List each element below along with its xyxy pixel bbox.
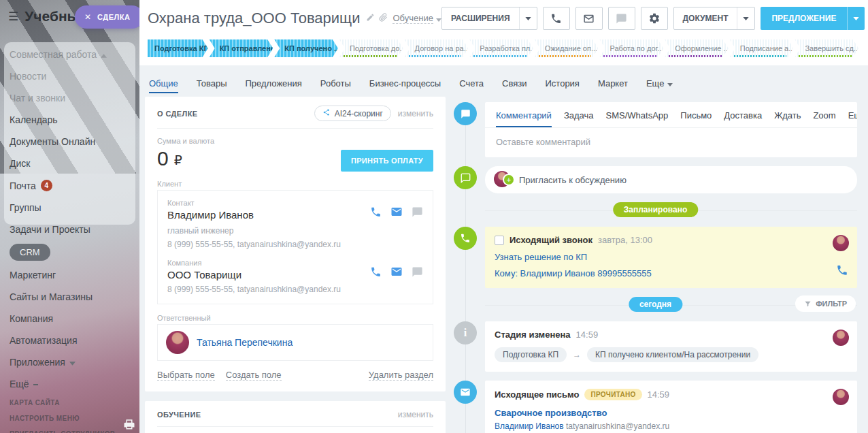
email-button[interactable] <box>575 7 603 30</box>
chevron-down-icon <box>667 78 673 89</box>
chat-button[interactable] <box>608 7 635 30</box>
call-title[interactable]: Исходящий звонок <box>510 235 592 245</box>
main-area: Охрана труда_ООО Товарищи Обучение РАСШИ… <box>139 0 868 433</box>
deal-entity-chip[interactable]: ✕ СДЕЛКА <box>75 5 139 29</box>
tab-invoices[interactable]: Счета <box>459 78 484 93</box>
contact-details[interactable]: 8 (999) 555-55-55, tatyanairushkina@yand… <box>167 240 423 249</box>
select-field-link[interactable]: Выбрать поле <box>157 370 215 381</box>
company-details[interactable]: 8 (999) 555-55-55, tatyanairushkina@yand… <box>167 285 423 294</box>
stage-item[interactable]: КП получено ... <box>274 39 338 57</box>
sidebar-item-drive[interactable]: Диск <box>0 153 139 174</box>
sidebar-item-crm[interactable]: CRM <box>0 240 139 264</box>
sidebar-item-groups[interactable]: Группы <box>0 197 139 219</box>
delete-section-link[interactable]: Удалить раздел <box>369 370 433 381</box>
sidebar-item-tasks-projects[interactable]: Задачи и Проекты <box>0 219 139 240</box>
timeline-tab-email[interactable]: Письмо <box>680 110 712 127</box>
sidebar-item-mail[interactable]: Почта4 <box>0 174 139 197</box>
timeline-tab-comment[interactable]: Комментарий <box>496 110 552 127</box>
tab-products[interactable]: Товары <box>197 78 227 93</box>
stage-item[interactable]: Разработка пл... <box>469 39 533 57</box>
timeline-tab-task[interactable]: Задача <box>564 110 594 127</box>
sidebar-item-news[interactable]: Новости <box>0 65 139 87</box>
sidebar-item-apps[interactable]: Приложения <box>0 351 139 373</box>
timeline-tab-sms[interactable]: SMS/WhatsApp <box>606 110 669 127</box>
stage-item[interactable]: КП отправлено <box>210 39 273 57</box>
avatar <box>166 331 189 354</box>
edit-section-link[interactable]: изменить <box>398 410 433 419</box>
sidebar-item-automation[interactable]: Автоматизация <box>0 330 139 351</box>
deal-category-link[interactable]: Обучение <box>393 13 433 24</box>
email-sender-address: tatyanairushkina@yandex.ru <box>566 421 669 431</box>
chevron-down-icon[interactable] <box>436 12 441 25</box>
envelope-icon[interactable] <box>390 266 403 280</box>
timeline-tab-zoom[interactable]: Zoom <box>813 110 835 127</box>
document-button[interactable]: ДОКУМЕНТ <box>673 7 756 30</box>
configure-menu-link[interactable]: НАСТРОИТЬ МЕНЮ <box>0 411 139 426</box>
invite-discussion-bar[interactable]: + Пригласить к обсуждению <box>485 166 857 193</box>
call-recipient[interactable]: Кому: Владимир Иванов 89995555555 <box>495 268 848 278</box>
stage-item[interactable]: Ожидание оп... <box>535 39 599 57</box>
tab-more[interactable]: Еще <box>646 78 673 93</box>
sidebar-item-calendar[interactable]: Календарь <box>0 109 139 131</box>
tab-dependencies[interactable]: Связи <box>502 78 527 93</box>
stage-item[interactable]: Работа по дог... <box>599 39 663 57</box>
settings-button[interactable] <box>641 7 668 30</box>
timeline-tab-delivery[interactable]: Доставка <box>724 110 762 127</box>
tab-quotes[interactable]: Предложения <box>245 78 301 93</box>
deal-amount[interactable]: 0 <box>157 147 169 170</box>
sidebar-item-collaboration[interactable]: Совместная работа <box>0 44 139 65</box>
timeline-tab-more[interactable]: Еще <box>848 110 857 127</box>
call-now-icon[interactable] <box>836 264 848 279</box>
proposal-dropdown-caret[interactable] <box>847 7 865 30</box>
timeline-tab-wait[interactable]: Ждать <box>774 110 801 127</box>
tab-market[interactable]: Маркет <box>598 78 628 93</box>
call-subject-link[interactable]: Узнать решение по КП <box>495 252 587 262</box>
ai-scoring-badge[interactable]: AI24-скоринг <box>314 106 391 121</box>
tab-general[interactable]: Общие <box>149 78 178 93</box>
stage-item[interactable]: Подготовка КП <box>148 39 208 57</box>
stage-item[interactable]: Подготовка до... <box>339 39 403 57</box>
create-field-link[interactable]: Создать поле <box>226 370 282 381</box>
sitemap-link[interactable]: КАРТА САЙТА <box>0 395 139 411</box>
filter-button[interactable]: ФИЛЬТР <box>795 295 856 312</box>
contact-name[interactable]: Владимир Иванов <box>167 209 254 221</box>
edit-section-link[interactable]: изменить <box>398 109 433 118</box>
extensions-button[interactable]: РАСШИРЕНИЯ <box>441 7 537 30</box>
add-participant-icon[interactable]: + <box>503 174 515 186</box>
tab-workflows[interactable]: Бизнес-процессы <box>369 78 441 93</box>
tab-robots[interactable]: Роботы <box>320 78 351 93</box>
chat-icon[interactable] <box>412 266 423 280</box>
envelope-icon[interactable] <box>390 206 403 221</box>
sidebar-item-sites-stores[interactable]: Сайты и Магазины <box>0 286 139 308</box>
responsible-name-link[interactable]: Татьяна Перепечкина <box>197 337 293 348</box>
paperclip-icon[interactable] <box>379 12 388 25</box>
stage-item[interactable]: Договор на ра... <box>405 39 469 57</box>
accept-payment-button[interactable]: ПРИНЯТЬ ОПЛАТУ <box>341 150 433 172</box>
stage-item[interactable]: Оформление ... <box>665 39 729 57</box>
sidebar-item-company[interactable]: Компания <box>0 308 139 330</box>
phone-icon[interactable] <box>370 206 382 221</box>
comment-input[interactable]: Оставьте комментарий <box>485 128 857 157</box>
edit-title-icon[interactable] <box>366 12 375 25</box>
sidebar-item-more[interactable]: Ещё <box>0 373 139 395</box>
stage-item[interactable]: Завершить сд... <box>795 39 858 57</box>
extensions-dropdown-caret[interactable] <box>519 7 537 29</box>
chat-icon[interactable] <box>412 206 423 221</box>
printer-icon[interactable] <box>123 418 135 433</box>
sidebar-item-documents[interactable]: Документы Онлайн <box>0 131 139 153</box>
invite-employees-link[interactable]: ПРИГЛАСИТЬ СОТРУДНИКОВ <box>0 426 139 433</box>
company-name[interactable]: ООО Товарищи <box>167 269 241 280</box>
phone-icon[interactable] <box>370 266 382 280</box>
sidebar-item-marketing[interactable]: Маркетинг <box>0 264 139 286</box>
proposal-button[interactable]: ПРЕДЛОЖЕНИЕ <box>761 7 865 30</box>
close-icon[interactable]: ✕ <box>84 12 91 22</box>
document-dropdown-caret[interactable] <box>737 7 754 29</box>
sidebar-item-chat-calls[interactable]: Чат и звонки <box>0 87 139 109</box>
complete-call-checkbox[interactable] <box>495 236 504 245</box>
stage-item[interactable]: Подписание а... <box>730 39 794 57</box>
email-subject-link[interactable]: Сварочное производство <box>495 408 848 418</box>
tab-history[interactable]: История <box>546 78 580 93</box>
hamburger-menu-icon[interactable]: ☰ <box>8 11 18 22</box>
email-sender-name[interactable]: Владимир Иванов <box>495 421 564 431</box>
call-button[interactable] <box>543 7 570 30</box>
